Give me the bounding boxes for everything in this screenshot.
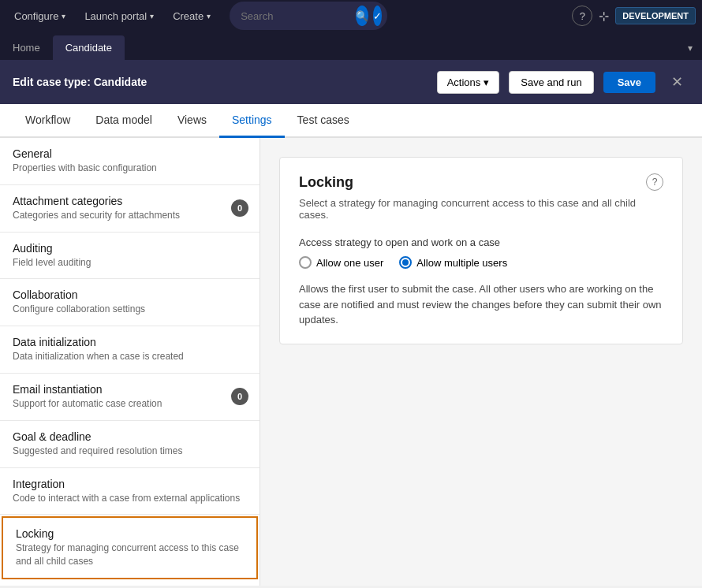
save-and-run-button[interactable]: Save and run <box>509 71 593 94</box>
environment-badge: DEVELOPMENT <box>615 7 696 24</box>
body-layout: General Properties with basic configurat… <box>0 138 702 586</box>
help-button[interactable]: ? <box>572 6 592 26</box>
sidebar-item-general[interactable]: General Properties with basic configurat… <box>0 138 260 185</box>
panel-info-text: Allows the first user to submit the case… <box>299 281 663 328</box>
email-instantiation-badge: 0 <box>231 388 248 405</box>
attachment-categories-badge: 0 <box>231 199 248 217</box>
tab-views[interactable]: Views <box>165 104 219 138</box>
network-icon: ⊹ <box>596 6 612 27</box>
tab-home[interactable]: Home <box>0 35 53 60</box>
launch-portal-nav[interactable]: Launch portal ▾ <box>77 7 162 25</box>
tab-workflow[interactable]: Workflow <box>13 104 83 138</box>
sidebar-item-collaboration[interactable]: Collaboration Configure collaboration se… <box>0 279 260 326</box>
actions-button[interactable]: Actions ▾ <box>437 71 500 94</box>
search-button[interactable]: 🔍 <box>356 6 368 26</box>
allow-one-user-option[interactable]: Allow one user <box>299 256 383 269</box>
tab-bar-chevron-icon[interactable]: ▾ <box>678 36 702 60</box>
main-content-area: Locking ? Select a strategy for managing… <box>260 138 702 586</box>
panel-help-button[interactable]: ? <box>646 173 663 191</box>
tab-test-cases[interactable]: Test cases <box>285 104 362 138</box>
access-label: Access strategy to open and work on a ca… <box>299 236 663 248</box>
panel-title: Locking <box>299 174 353 191</box>
create-nav[interactable]: Create ▾ <box>165 7 218 25</box>
sidebar-item-email-instantiation[interactable]: Email instantiation Support for automati… <box>0 374 260 421</box>
tab-settings[interactable]: Settings <box>219 104 285 138</box>
sidebar-item-attachment-categories[interactable]: Attachment categories Categories and sec… <box>0 185 260 233</box>
close-button[interactable]: ✕ <box>665 70 689 94</box>
top-navigation: Configure ▾ Launch portal ▾ Create ▾ 🔍 ✓… <box>0 0 702 32</box>
settings-sidebar: General Properties with basic configurat… <box>0 138 260 586</box>
create-chevron-icon: ▾ <box>207 12 211 20</box>
search-input[interactable] <box>241 10 351 22</box>
panel-header: Locking ? <box>299 173 663 191</box>
configure-chevron-icon: ▾ <box>62 12 65 20</box>
configure-nav[interactable]: Configure ▾ <box>6 7 73 25</box>
header-title: Edit case type: Candidate <box>13 76 147 88</box>
actions-chevron-icon: ▾ <box>484 76 489 88</box>
tab-bar: Home Candidate ▾ <box>0 32 702 60</box>
locking-panel: Locking ? Select a strategy for managing… <box>279 157 683 344</box>
search-bar: 🔍 ✓ <box>230 2 387 30</box>
allow-multiple-users-option[interactable]: Allow multiple users <box>399 256 507 269</box>
allow-multiple-users-radio[interactable] <box>399 256 412 269</box>
tab-data-model[interactable]: Data model <box>83 104 165 138</box>
sidebar-item-locking[interactable]: Locking Strategy for managing concurrent… <box>2 516 258 579</box>
sidebar-item-goal-deadline[interactable]: Goal & deadline Suggested and required r… <box>0 421 260 468</box>
sidebar-item-data-initialization[interactable]: Data initialization Data initialization … <box>0 326 260 374</box>
access-strategy-radio-group: Allow one user Allow multiple users <box>299 256 663 269</box>
launch-portal-chevron-icon: ▾ <box>150 12 154 20</box>
header-bar: Edit case type: Candidate Actions ▾ Save… <box>0 60 702 104</box>
confirm-button[interactable]: ✓ <box>373 6 382 26</box>
sidebar-item-integration[interactable]: Integration Code to interact with a case… <box>0 468 260 515</box>
allow-one-user-radio[interactable] <box>299 256 312 269</box>
panel-subtitle: Select a strategy for managing concurren… <box>299 197 663 221</box>
tab-candidate[interactable]: Candidate <box>53 35 125 60</box>
content-tabs: Workflow Data model Views Settings Test … <box>0 104 702 138</box>
save-button[interactable]: Save <box>603 72 655 93</box>
sidebar-item-auditing[interactable]: Auditing Field level auditing <box>0 233 260 280</box>
